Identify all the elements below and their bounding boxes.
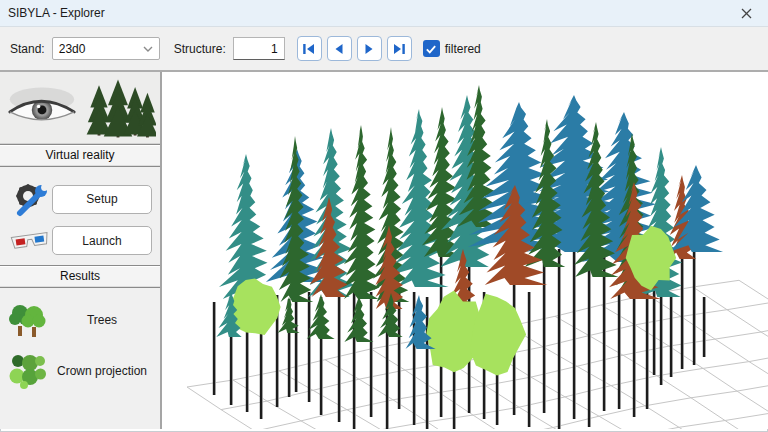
first-record-button[interactable]: [297, 36, 322, 61]
viewport-panel: [162, 72, 768, 429]
last-record-button[interactable]: [387, 36, 412, 61]
structure-label: Structure:: [174, 42, 226, 56]
last-record-icon: [392, 43, 406, 55]
previous-record-icon: [332, 43, 346, 55]
crown-projection-icon: [6, 352, 50, 390]
3d-glasses-icon: [8, 230, 52, 252]
first-record-icon: [302, 43, 316, 55]
previous-record-button[interactable]: [327, 36, 352, 61]
titlebar: SIBYLA - Explorer: [0, 0, 768, 27]
crown-projection-label: Crown projection: [50, 364, 154, 378]
next-record-icon: [362, 43, 376, 55]
trees-icon: [6, 301, 50, 339]
toolbar: Stand: 23d0 Structure:: [0, 27, 768, 72]
stand-label: Stand:: [10, 42, 45, 56]
eye-image: [4, 82, 80, 134]
setup-button[interactable]: Setup: [52, 185, 152, 214]
record-nav-buttons: [297, 36, 412, 61]
checkmark-icon: [425, 44, 437, 54]
structure-input[interactable]: [233, 37, 285, 60]
filtered-checkbox[interactable]: [423, 40, 440, 57]
sibyla-explorer-window: SIBYLA - Explorer Stand: 23d0 Structure:: [0, 0, 768, 432]
forest-3d-view[interactable]: [162, 72, 768, 429]
results-trees-item[interactable]: Trees: [0, 301, 160, 339]
launch-button[interactable]: Launch: [52, 226, 152, 255]
close-icon: [741, 8, 752, 19]
virtual-reality-header: Virtual reality: [0, 144, 160, 167]
close-button[interactable]: [732, 3, 760, 24]
chevron-down-icon: [143, 46, 153, 52]
filtered-label: filtered: [445, 42, 481, 56]
stand-dropdown[interactable]: 23d0: [52, 37, 160, 60]
vr-banner-image: [0, 72, 160, 144]
results-crown-projection-item[interactable]: Crown projection: [0, 352, 160, 390]
setup-icon: [8, 179, 52, 219]
next-record-button[interactable]: [357, 36, 382, 61]
sidebar: Virtual reality: [0, 72, 162, 429]
trees-image: [80, 76, 156, 140]
window-title: SIBYLA - Explorer: [8, 6, 105, 20]
stand-dropdown-value: 23d0: [59, 42, 143, 56]
trees-label: Trees: [50, 313, 154, 327]
results-header: Results: [0, 265, 160, 288]
